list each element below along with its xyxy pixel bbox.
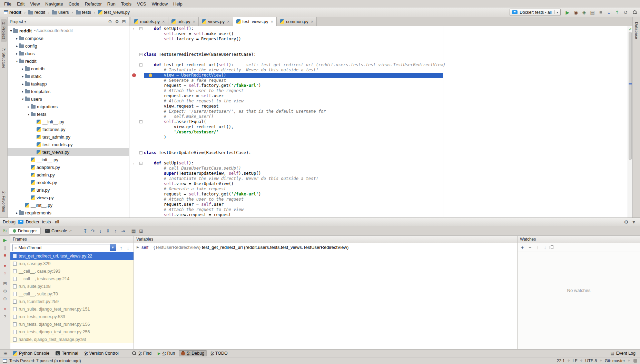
frame-item[interactable]: run_tests, runner.py:533 — [10, 313, 134, 321]
run-icon[interactable]: ▶ — [564, 9, 571, 16]
menu-item-window[interactable]: Window — [149, 1, 170, 7]
tree-item-config[interactable]: ▸config — [8, 42, 129, 50]
gutter-cell[interactable] — [129, 166, 144, 171]
menu-item-help[interactable]: Help — [170, 1, 185, 7]
tree-item-admin-py[interactable]: admin.py — [8, 171, 129, 179]
tree-item-tests[interactable]: ▾tests — [8, 110, 129, 118]
gutter-cell[interactable] — [129, 140, 144, 145]
gutter-cell[interactable] — [129, 99, 144, 104]
remove-watch-icon[interactable]: − — [526, 244, 533, 251]
search-everywhere-icon[interactable] — [632, 10, 637, 15]
tree-toggle-icon[interactable]: ▸ — [21, 90, 25, 93]
locate-file-icon[interactable]: ⊙ — [107, 18, 113, 25]
frame-item[interactable]: run_suite, django_test_runner.py:151 — [10, 305, 134, 313]
tree-item-users[interactable]: ▾users — [8, 95, 129, 103]
force-step-into-icon[interactable]: ⇓ — [105, 228, 111, 234]
tree-item-reddit[interactable]: ▾reddit — [8, 57, 129, 65]
chevron-down-icon[interactable]: ▼ — [110, 244, 116, 251]
gutter-cell[interactable] — [129, 135, 144, 140]
fold-icon[interactable]: − — [139, 53, 142, 56]
run-configuration-select[interactable]: Docker: tests - all ▾ — [510, 9, 561, 16]
add-watch-icon[interactable]: + — [519, 244, 526, 251]
tree-item-compose[interactable]: ▸compose — [8, 34, 129, 42]
editor[interactable]: ↑− def setUp(self): self.user = self.mak… — [129, 26, 632, 218]
tab-debugger[interactable]: Debugger — [9, 227, 41, 235]
menu-item-run[interactable]: Run — [105, 1, 118, 7]
layout-settings-icon[interactable]: ⊞ — [138, 228, 145, 234]
tree-toggle-icon[interactable]: ▸ — [15, 52, 19, 55]
tree-toggle-icon[interactable]: ▾ — [15, 59, 19, 63]
gutter-cell[interactable] — [129, 171, 144, 176]
tree-item-contrib[interactable]: ▸contrib — [8, 65, 129, 72]
tree-toggle-icon[interactable]: ▸ — [21, 82, 25, 86]
tree-item-docs[interactable]: ▸docs — [8, 50, 129, 57]
close-tab-icon[interactable]: × — [162, 19, 165, 24]
breadcrumb-item-reddit[interactable]: reddit — [3, 10, 22, 15]
tree-item-static[interactable]: ▸static — [8, 72, 129, 80]
gutter-cell[interactable] — [129, 47, 144, 52]
concurrency-diagram-icon[interactable]: ≡ — [597, 9, 604, 16]
breadcrumb-item-tests[interactable]: tests — [75, 10, 92, 15]
tree-toggle-icon[interactable]: ▸ — [15, 211, 19, 215]
gutter-cell[interactable] — [129, 130, 144, 135]
gutter-cell[interactable] — [129, 124, 144, 130]
gutter-cell[interactable] — [129, 57, 144, 62]
profiler-icon[interactable]: ▤ — [589, 9, 596, 16]
toolwindow-button-event-log[interactable]: ▤Event Log — [608, 350, 638, 356]
tree-item-adapters-py[interactable]: adapters.py — [8, 163, 129, 171]
menu-item-navigate[interactable]: Navigate — [42, 1, 66, 7]
tree-item-test-admin-py[interactable]: test_admin.py — [8, 133, 129, 141]
tree-item-templates[interactable]: ▸templates — [8, 88, 129, 95]
tree-item-urls-py[interactable]: urls.py — [8, 186, 129, 194]
menu-item-tools[interactable]: Tools — [118, 1, 134, 7]
frame-item[interactable]: run, suite.py:108 — [10, 283, 134, 290]
fold-icon[interactable]: − — [139, 27, 142, 30]
editor-tab-views-py[interactable]: views.py× — [199, 17, 233, 26]
frame-item[interactable]: __call__, suite.py:70 — [10, 290, 134, 298]
menu-item-refactor[interactable]: Refactor — [82, 1, 105, 7]
settings-gear-icon[interactable]: ⚙ — [114, 18, 120, 25]
gutter-cell[interactable] — [129, 186, 144, 192]
hide-panel-icon[interactable]: ▾ — [630, 219, 637, 225]
gutter-cell[interactable] — [129, 197, 144, 202]
tree-toggle-icon[interactable]: ▸ — [27, 105, 31, 109]
collapse-all-icon[interactable]: ⊟ — [121, 18, 127, 25]
frame-item[interactable]: __call__, case.py:393 — [10, 267, 134, 275]
gutter-cell[interactable] — [129, 83, 144, 88]
editor-tab-test-views-py[interactable]: test_views.py× — [233, 17, 277, 26]
step-out-icon[interactable]: ↑ — [112, 228, 119, 234]
stop-icon[interactable]: ■ — [2, 252, 9, 258]
toolwindow-button-terminal[interactable]: Terminal — [53, 350, 80, 356]
scrollbar-thumb[interactable] — [629, 32, 632, 160]
gutter-cell[interactable] — [129, 37, 144, 42]
tree-toggle-icon[interactable]: ▸ — [15, 37, 19, 40]
settings-gear-icon[interactable]: ⚙ — [2, 288, 9, 294]
gutter-cell[interactable] — [129, 68, 144, 73]
fold-icon[interactable]: − — [139, 63, 142, 67]
rerun-icon[interactable]: ↻ — [1, 228, 8, 234]
tree-toggle-icon[interactable]: ▸ — [15, 44, 19, 48]
tree-item-init-py[interactable]: __init__.py — [8, 118, 129, 125]
run-coverage-icon[interactable]: ◈ — [581, 9, 588, 16]
vcs-update-icon[interactable]: ⇣ — [605, 9, 612, 16]
gutter-cell[interactable] — [129, 202, 144, 207]
gutter-cell[interactable]: − — [129, 62, 144, 68]
editor-tab-models-py[interactable]: models.py× — [131, 17, 168, 26]
breadcrumb-item-test-views-py[interactable]: test_views.py — [97, 10, 131, 15]
override-marker-icon[interactable]: ↑ — [133, 161, 135, 166]
duplicate-watch-icon[interactable] — [549, 245, 554, 250]
toolwindow-switcher-icon[interactable]: ⊞ — [2, 350, 9, 357]
tool-strip-button-7-structure[interactable]: 7: Structure — [1, 45, 7, 71]
gutter-cell[interactable] — [129, 114, 144, 119]
variable-row[interactable]: ▶ self = {TestUserRedirectView} test_get… — [134, 243, 517, 251]
tree-item-migrations[interactable]: ▸migrations — [8, 103, 129, 110]
restore-layout-icon[interactable]: ⊞ — [2, 281, 9, 286]
tree-item-views-py[interactable]: views.py — [8, 194, 129, 201]
frame-item[interactable]: handle, django_test_manage.py:93 — [10, 336, 134, 343]
debug-bug-icon[interactable]: ◉ — [572, 9, 579, 16]
step-over-icon[interactable]: ↷ — [89, 228, 96, 234]
tree-toggle-icon[interactable]: ▾ — [9, 29, 13, 33]
menu-item-view[interactable]: View — [27, 1, 42, 7]
move-watch-up-icon[interactable]: ↑ — [534, 244, 541, 251]
toolwindow-button-9-version-control[interactable]: 9: Version Control — [82, 350, 121, 356]
